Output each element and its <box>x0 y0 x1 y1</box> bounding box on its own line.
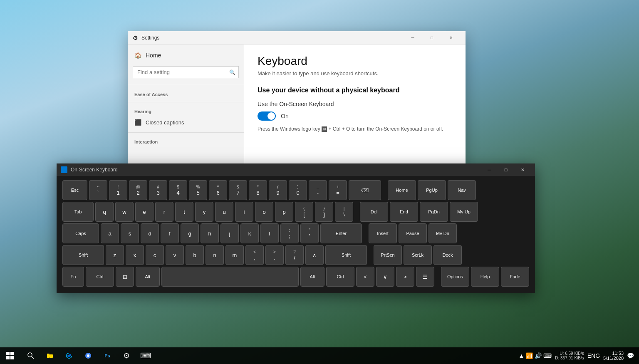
key-g[interactable]: g <box>181 223 199 243</box>
sidebar-home[interactable]: 🏠 Home <box>128 48 244 63</box>
key-pgdn[interactable]: PgDn <box>420 202 448 222</box>
key-arrow-down[interactable]: ∨ <box>376 267 394 287</box>
search-input[interactable] <box>133 66 239 78</box>
key-r[interactable]: r <box>155 202 173 222</box>
key-space[interactable] <box>161 267 299 287</box>
key-caret[interactable]: ∧ <box>305 245 324 265</box>
key-tilde[interactable]: ~` <box>89 180 107 200</box>
key-enter[interactable]: Enter <box>320 223 362 243</box>
key-j[interactable]: j <box>220 223 239 243</box>
key-m[interactable]: m <box>225 245 244 265</box>
key-ctrl-left[interactable]: Ctrl <box>86 267 114 287</box>
key-w[interactable]: w <box>115 202 134 222</box>
osk-close-button[interactable]: ✕ <box>514 163 531 176</box>
key-prtscn[interactable]: PrtScn <box>374 245 402 265</box>
key-b[interactable]: b <box>186 245 204 265</box>
start-button[interactable] <box>0 347 20 364</box>
key-ctrl-right[interactable]: Ctrl <box>326 267 354 287</box>
key-mvup[interactable]: Mv Up <box>450 202 478 222</box>
taskbar-search-button[interactable] <box>22 347 40 364</box>
key-9[interactable]: (9 <box>269 180 287 200</box>
key-equals[interactable]: += <box>329 180 347 200</box>
key-6[interactable]: ^6 <box>209 180 227 200</box>
key-mvdn[interactable]: Mv Dn <box>428 223 457 243</box>
taskbar-osk-button[interactable]: ⌨ <box>136 347 155 364</box>
key-4[interactable]: $4 <box>169 180 187 200</box>
key-alt-left[interactable]: Alt <box>136 267 160 287</box>
osk-maximize-button[interactable]: □ <box>498 163 514 176</box>
key-5[interactable]: %5 <box>189 180 207 200</box>
network-icon[interactable]: ▲ <box>518 352 524 359</box>
minimize-button[interactable]: ─ <box>403 31 422 45</box>
key-quote[interactable]: "' <box>300 223 319 243</box>
key-arrow-right[interactable]: > <box>396 267 414 287</box>
taskbar-edge-button[interactable] <box>60 347 78 364</box>
taskbar-clock[interactable]: 11:53 5/11/2020 <box>603 351 624 361</box>
key-v[interactable]: v <box>166 245 184 265</box>
key-pause[interactable]: Pause <box>399 223 427 243</box>
close-button[interactable]: ✕ <box>441 31 461 45</box>
key-alt-right[interactable]: Alt <box>300 267 324 287</box>
osk-toggle[interactable] <box>258 111 276 121</box>
key-h[interactable]: h <box>201 223 219 243</box>
key-tab[interactable]: Tab <box>62 202 94 222</box>
key-d[interactable]: d <box>141 223 159 243</box>
key-3[interactable]: #3 <box>149 180 167 200</box>
key-menu[interactable]: ☰ <box>416 267 434 287</box>
wifi-icon[interactable]: 📶 <box>526 352 533 359</box>
key-comma[interactable]: <, <box>245 245 264 265</box>
key-o[interactable]: o <box>255 202 273 222</box>
key-caps[interactable]: Caps <box>62 223 99 243</box>
key-y[interactable]: y <box>195 202 213 222</box>
key-a[interactable]: a <box>101 223 119 243</box>
key-fn[interactable]: Fn <box>62 267 84 287</box>
key-nav[interactable]: Nav <box>448 180 476 200</box>
key-s[interactable]: s <box>121 223 139 243</box>
key-backspace[interactable]: ⌫ <box>349 180 381 200</box>
key-i[interactable]: i <box>235 202 253 222</box>
taskbar-chrome-button[interactable] <box>79 347 97 364</box>
key-lbracket[interactable]: {[ <box>295 202 313 222</box>
taskbar-settings-button[interactable]: ⚙ <box>117 347 136 364</box>
key-x[interactable]: x <box>126 245 144 265</box>
key-c[interactable]: c <box>146 245 164 265</box>
key-1[interactable]: !1 <box>109 180 127 200</box>
sidebar-item-closed-captions[interactable]: ⬛ Closed captions <box>128 116 244 129</box>
taskbar-explorer-button[interactable] <box>41 347 59 364</box>
key-q[interactable]: q <box>95 202 114 222</box>
key-windows[interactable]: ⊞ <box>116 267 134 287</box>
key-home[interactable]: Home <box>388 180 416 200</box>
notification-icon[interactable]: 💬 <box>627 352 634 359</box>
key-backslash[interactable]: |\ <box>335 202 353 222</box>
key-u[interactable]: u <box>215 202 233 222</box>
taskbar-photoshop-button[interactable]: Ps <box>98 347 116 364</box>
key-e[interactable]: e <box>135 202 154 222</box>
key-k[interactable]: k <box>240 223 259 243</box>
key-t[interactable]: t <box>175 202 193 222</box>
key-7[interactable]: &7 <box>229 180 247 200</box>
key-semicolon[interactable]: :; <box>280 223 299 243</box>
key-shift-left[interactable]: Shift <box>62 245 104 265</box>
key-period[interactable]: >. <box>265 245 284 265</box>
volume-icon[interactable]: 🔊 <box>535 352 542 359</box>
key-n[interactable]: n <box>206 245 224 265</box>
key-help[interactable]: Help <box>471 267 499 287</box>
key-scrlk[interactable]: ScrLk <box>404 245 432 265</box>
key-options[interactable]: Options <box>441 267 469 287</box>
key-shift-right[interactable]: Shift <box>325 245 367 265</box>
maximize-button[interactable]: □ <box>422 31 441 45</box>
key-esc[interactable]: Esc <box>62 180 87 200</box>
key-arrow-left[interactable]: < <box>356 267 374 287</box>
key-dock[interactable]: Dock <box>433 245 462 265</box>
key-2[interactable]: @2 <box>129 180 147 200</box>
key-8[interactable]: *8 <box>249 180 267 200</box>
keyboard-indicator[interactable]: ⌨ <box>543 352 552 359</box>
osk-minimize-button[interactable]: ─ <box>481 163 498 176</box>
key-slash[interactable]: ?/ <box>285 245 304 265</box>
key-end[interactable]: End <box>390 202 418 222</box>
key-p[interactable]: p <box>275 202 293 222</box>
key-minus[interactable]: _- <box>309 180 327 200</box>
key-fade[interactable]: Fade <box>501 267 529 287</box>
key-insert[interactable]: Insert <box>369 223 397 243</box>
key-l[interactable]: l <box>260 223 279 243</box>
